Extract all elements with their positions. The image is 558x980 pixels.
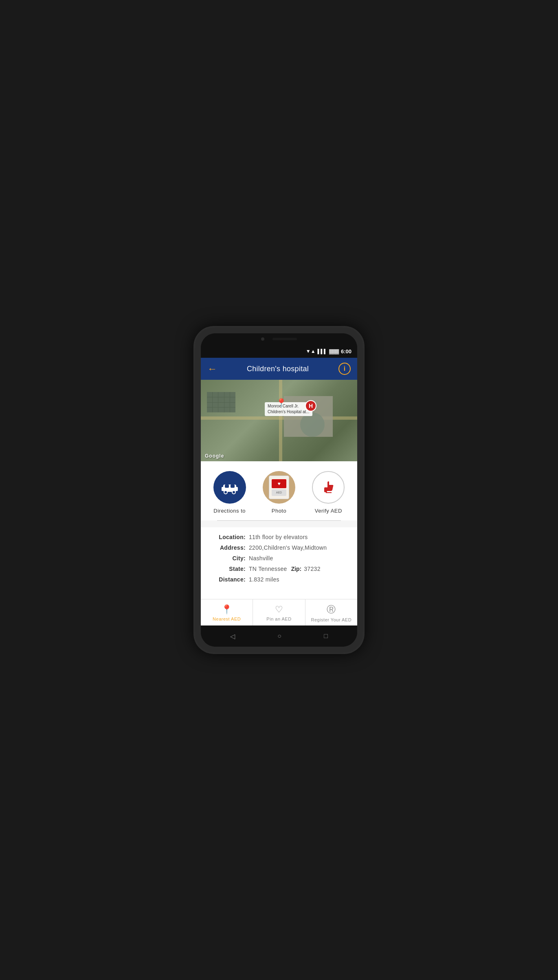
phone-screen: ▼▲ ▌▌▌ ▓▓▓ 6:00 ← Children's hospital i — [201, 333, 357, 647]
location-value: 11th floor by elevators — [249, 534, 308, 540]
verify-action[interactable]: Verify AED — [312, 471, 345, 514]
svg-rect-6 — [231, 484, 235, 488]
camera-dot — [261, 337, 264, 341]
aed-heart-icon: ♥ — [277, 481, 280, 487]
nearest-aed-label: Nearest AED — [213, 617, 241, 621]
city-value: Nashville — [249, 555, 273, 562]
android-home-button[interactable]: ○ — [277, 632, 281, 640]
zip-value: 37232 — [304, 566, 320, 572]
aed-device-photo: ♥ AED — [269, 476, 289, 499]
aed-bottom-panel: AED — [272, 489, 286, 496]
nav-pin-aed[interactable]: ♡ Pin an AED — [253, 599, 305, 625]
directions-label: Directions to — [213, 508, 246, 514]
verify-label: Verify AED — [315, 508, 342, 514]
svg-rect-2 — [235, 487, 238, 491]
pin-aed-icon: ♡ — [275, 604, 283, 615]
back-button[interactable]: ← — [207, 364, 217, 374]
svg-point-4 — [232, 491, 235, 494]
map-pin-icon: 📍 — [276, 398, 287, 409]
state-value: TN Tennessee — [249, 566, 287, 572]
photo-label: Photo — [272, 508, 286, 514]
map-circular-structure — [300, 412, 325, 437]
speaker-grill — [272, 338, 297, 340]
page-title: Children's hospital — [247, 365, 309, 373]
map-view[interactable]: Monroe Carell Jr. Children's Hospital at… — [201, 380, 357, 461]
status-bar: ▼▲ ▌▌▌ ▓▓▓ 6:00 — [201, 345, 357, 358]
address-value: 2200,Children's Way,Midtown — [249, 544, 327, 551]
photo-action[interactable]: ♥ AED Photo — [263, 471, 295, 514]
phone-frame: ▼▲ ▌▌▌ ▓▓▓ 6:00 ← Children's hospital i — [193, 326, 365, 654]
location-label: Location: — [209, 534, 246, 540]
location-row: Location: 11th floor by elevators — [209, 534, 349, 540]
directions-action[interactable]: Directions to — [213, 471, 246, 514]
content-area: Directions to ♥ AED Photo — [201, 461, 357, 625]
battery-icon: ▓▓▓ — [329, 349, 339, 354]
aed-screen: ♥ — [272, 479, 286, 488]
city-label: City: — [209, 555, 246, 562]
nav-nearest-aed[interactable]: 📍 Nearest AED — [201, 599, 253, 625]
register-aed-label: Register Your AED — [311, 617, 352, 622]
car-icon — [220, 478, 239, 497]
app-header: ← Children's hospital i — [201, 358, 357, 380]
hospital-marker: H — [305, 400, 316, 412]
svg-rect-1 — [222, 487, 224, 491]
directions-circle — [213, 471, 246, 504]
signal-icon: ▌▌▌ — [318, 349, 327, 354]
distance-row: Distance: 1.832 miles — [209, 576, 349, 583]
wifi-icon: ▼▲ — [306, 348, 316, 354]
android-nav-bar: ◁ ○ □ — [201, 625, 357, 647]
phone-top-hardware — [201, 333, 357, 345]
bottom-navigation: 📍 Nearest AED ♡ Pin an AED Ⓡ Register Yo… — [201, 599, 357, 625]
zip-label: Zip: — [291, 566, 302, 572]
action-buttons-row: Directions to ♥ AED Photo — [201, 461, 357, 520]
distance-value: 1.832 miles — [249, 576, 279, 583]
info-button[interactable]: i — [338, 363, 351, 375]
state-zip-row: State: TN Tennessee Zip: 37232 — [209, 566, 349, 572]
svg-rect-7 — [324, 487, 327, 492]
map-background: Monroe Carell Jr. Children's Hospital at… — [201, 380, 357, 461]
info-table: Location: 11th floor by elevators Addres… — [201, 527, 357, 599]
nearest-aed-icon: 📍 — [221, 604, 232, 615]
address-row: Address: 2200,Children's Way,Midtown — [209, 544, 349, 551]
status-icons: ▼▲ ▌▌▌ ▓▓▓ 6:00 — [306, 348, 351, 355]
pin-aed-label: Pin an AED — [266, 617, 291, 621]
verify-circle — [312, 471, 345, 504]
map-label-line1: Monroe Carell Jr. — [268, 403, 310, 409]
svg-point-3 — [224, 491, 227, 494]
city-row: City: Nashville — [209, 555, 349, 562]
map-label-line2: Children's Hospital at... — [268, 409, 310, 415]
thumbs-up-icon — [319, 478, 338, 497]
android-back-button[interactable]: ◁ — [230, 632, 235, 640]
status-time: 6:00 — [341, 348, 351, 355]
zip-section: Zip: 37232 — [291, 566, 321, 572]
state-label: State: — [209, 566, 246, 572]
android-recents-button[interactable]: □ — [324, 632, 328, 640]
map-road-vertical — [279, 380, 282, 461]
photo-circle: ♥ AED — [263, 471, 295, 504]
section-divider — [217, 520, 341, 521]
address-label: Address: — [209, 544, 246, 551]
distance-label: Distance: — [209, 576, 246, 583]
svg-rect-5 — [225, 484, 229, 488]
nav-register-aed[interactable]: Ⓡ Register Your AED — [305, 599, 357, 625]
map-parking-lot — [207, 392, 235, 412]
register-aed-icon: Ⓡ — [327, 603, 336, 616]
google-watermark: Google — [205, 453, 224, 459]
